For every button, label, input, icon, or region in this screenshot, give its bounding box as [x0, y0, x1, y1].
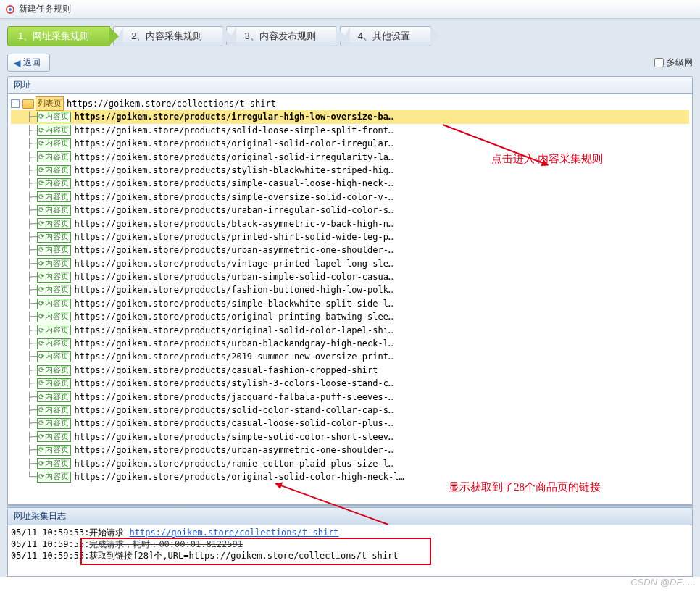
item-url: https://goikem.store/products/original-s… [74, 151, 393, 164]
tree-item[interactable]: ├─内容页https://goikem.store/products/simpl… [11, 430, 689, 443]
tree-item[interactable]: ├─内容页https://goikem.store/products/origi… [11, 310, 689, 323]
item-url: https://goikem.store/products/2019-summe… [74, 350, 393, 363]
tree-item[interactable]: ├─内容页https://goikem.store/products/urban… [11, 270, 689, 283]
back-button[interactable]: ◀ 返回 [7, 54, 50, 72]
item-url: https://goikem.store/products/urban-blac… [74, 337, 393, 350]
content-page-badge: 内容页 [37, 258, 71, 269]
content-page-badge: 内容页 [37, 151, 71, 162]
tree-item[interactable]: ├─内容页https://goikem.store/products/simpl… [11, 177, 689, 190]
content-page-badge: 内容页 [37, 351, 71, 362]
item-url: https://goikem.store/products/vintage-pr… [74, 257, 393, 270]
tree-connector: ├─ [27, 337, 37, 350]
tab-other-settings[interactable]: 4、其他设置 [340, 26, 431, 46]
tab-publish-rule[interactable]: 3、内容发布规则 [226, 26, 336, 46]
tree-item[interactable]: ├─内容页https://goikem.store/products/solid… [11, 124, 689, 137]
tree-connector: ├─ [27, 417, 37, 430]
content-page-badge: 内容页 [37, 285, 71, 296]
content-page-badge: 内容页 [37, 191, 71, 202]
collapse-icon[interactable]: - [11, 99, 20, 108]
item-url: https://goikem.store/products/jacquard-f… [74, 391, 393, 404]
tree-connector: ├─ [27, 110, 37, 123]
tree-item[interactable]: └─内容页https://goikem.store/products/origi… [11, 470, 689, 483]
tab-content-collect[interactable]: 2、内容采集规则 [113, 26, 223, 46]
tree-item[interactable]: ├─内容页https://goikem.store/products/uraba… [11, 204, 689, 217]
content-page-badge: 内容页 [37, 138, 71, 149]
content-page-badge: 内容页 [37, 418, 71, 429]
tree-connector: ├─ [27, 177, 37, 190]
tree-connector: ├─ [27, 137, 37, 150]
tree-item[interactable]: ├─内容页https://goikem.store/products/black… [11, 217, 689, 230]
tree-connector: ├─ [27, 310, 37, 323]
log-link[interactable]: https://goikem.store/collections/t-shirt [130, 528, 339, 538]
tree-item[interactable]: ├─内容页https://goikem.store/products/styli… [11, 377, 689, 390]
log-line: 05/11 10:59:55:获取到链接[28]个,URL=https://go… [11, 550, 689, 562]
tree-item[interactable]: ├─内容页https://goikem.store/products/fashi… [11, 283, 689, 296]
item-url: https://goikem.store/products/urban-asym… [74, 443, 393, 456]
item-url: https://goikem.store/products/uraban-irr… [74, 204, 393, 217]
content-page-badge: 内容页 [37, 365, 71, 376]
window-title: 新建任务规则 [19, 3, 71, 15]
tree-connector: ├─ [27, 457, 37, 470]
tree-connector: ├─ [27, 270, 37, 283]
tree-connector: ├─ [27, 151, 37, 164]
item-url: https://goikem.store/products/simple-bla… [74, 297, 393, 310]
tree-item[interactable]: ├─内容页https://goikem.store/products/origi… [11, 151, 689, 164]
tree-connector: ├─ [27, 391, 37, 404]
tree-item[interactable]: ├─内容页https://goikem.store/products/urban… [11, 243, 689, 257]
item-url: https://goikem.store/products/urban-simp… [74, 270, 393, 283]
item-url: https://goikem.store/products/black-asym… [74, 217, 393, 230]
tree-connector: ├─ [27, 164, 37, 177]
log-line: 05/11 10:59:53:开始请求 https://goikem.store… [11, 527, 689, 538]
item-url: https://goikem.store/products/simple-ove… [74, 191, 393, 204]
tree-item[interactable]: ├─内容页https://goikem.store/products/jacqu… [11, 391, 689, 404]
item-url: https://goikem.store/products/printed-sh… [74, 230, 393, 243]
multilevel-checkbox[interactable]: 多级网 [654, 57, 693, 69]
item-url: https://goikem.store/products/stylish-bl… [74, 164, 393, 177]
tree-item[interactable]: ├─内容页https://goikem.store/products/ramie… [11, 457, 689, 470]
tree-item[interactable]: ├─内容页https://goikem.store/products/2019-… [11, 350, 689, 363]
tree-connector: ├─ [27, 377, 37, 390]
svg-point-2 [9, 8, 12, 11]
tree-connector: ├─ [27, 243, 37, 257]
multilevel-checkbox-input[interactable] [654, 58, 664, 67]
tree-item[interactable]: ├─内容页https://goikem.store/products/print… [11, 230, 689, 243]
item-url: https://goikem.store/products/casual-loo… [74, 417, 393, 430]
wizard-tabs: 1、网址采集规则 2、内容采集规则 3、内容发布规则 4、其他设置 [7, 26, 693, 46]
item-url: https://goikem.store/products/original-s… [74, 137, 393, 150]
tree-item[interactable]: ├─内容页https://goikem.store/products/vinta… [11, 257, 689, 270]
content-page-badge: 内容页 [37, 178, 71, 189]
back-button-label: 返回 [23, 57, 41, 69]
log-line: 05/11 10:59:55:完成请求，耗时：00:00:01.8122591 [11, 538, 689, 550]
tree-item[interactable]: ├─内容页https://goikem.store/products/simpl… [11, 191, 689, 204]
tree-connector: ├─ [27, 283, 37, 296]
tree-item[interactable]: ├─内容页https://goikem.store/products/irreg… [11, 110, 689, 123]
tree-item[interactable]: ├─内容页https://goikem.store/products/urban… [11, 443, 689, 456]
tree-item[interactable]: ├─内容页https://goikem.store/products/origi… [11, 324, 689, 337]
chevron-left-icon: ◀ [14, 58, 20, 68]
log-pane: 05/11 10:59:53:开始请求 https://goikem.store… [8, 525, 692, 576]
tree-item[interactable]: ├─内容页https://goikem.store/products/casua… [11, 417, 689, 430]
tree-item[interactable]: ├─内容页https://goikem.store/products/simpl… [11, 297, 689, 310]
content-page-badge: 内容页 [37, 112, 71, 122]
tree-item[interactable]: ├─内容页https://goikem.store/products/casua… [11, 364, 689, 377]
tree-item[interactable]: ├─内容页https://goikem.store/products/styli… [11, 164, 689, 177]
content-page-badge: 内容页 [37, 325, 71, 335]
multilevel-label: 多级网 [667, 57, 693, 69]
item-url: https://goikem.store/products/original-s… [74, 470, 404, 483]
item-url: https://goikem.store/products/stylish-3-… [74, 377, 393, 390]
tree-item[interactable]: ├─内容页https://goikem.store/products/solid… [11, 404, 689, 417]
content-page-badge: 内容页 [37, 218, 71, 229]
item-url: https://goikem.store/products/simple-cas… [74, 177, 393, 190]
tree-root[interactable]: -列表页https://goikem.store/collections/t-s… [11, 97, 689, 110]
tree-connector: ├─ [27, 350, 37, 363]
window-title-bar: 新建任务规则 [0, 0, 700, 19]
item-url: https://goikem.store/products/fashion-bu… [74, 283, 393, 296]
tab-url-collect[interactable]: 1、网址采集规则 [7, 26, 110, 46]
url-panel-header: 网址 [8, 77, 692, 94]
tree-item[interactable]: ├─内容页https://goikem.store/products/origi… [11, 137, 689, 150]
item-url: https://goikem.store/products/urban-asym… [74, 243, 393, 257]
url-tree[interactable]: -列表页https://goikem.store/collections/t-s… [8, 94, 692, 504]
content-page-badge: 内容页 [37, 405, 71, 416]
content-page-badge: 内容页 [37, 458, 71, 469]
tree-item[interactable]: ├─内容页https://goikem.store/products/urban… [11, 337, 689, 350]
